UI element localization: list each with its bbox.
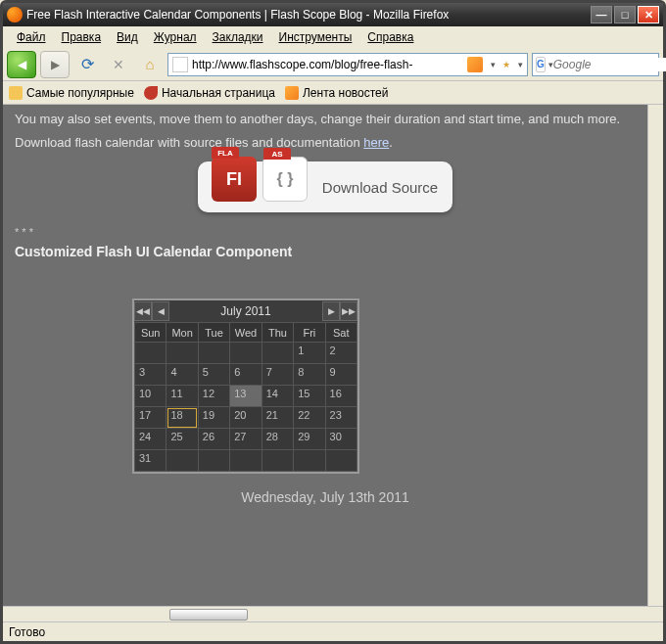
home-button[interactable]: ⌂ [136, 52, 164, 77]
calendar-day[interactable]: 10 [135, 386, 166, 407]
close-button[interactable]: ✕ [638, 6, 659, 23]
minimize-button[interactable]: — [591, 6, 612, 23]
star-icon[interactable]: ★ [500, 60, 513, 69]
vertical-scrollbar[interactable] [647, 105, 663, 606]
bookmark-label: Самые популярные [26, 86, 134, 100]
calendar-day[interactable]: 11 [166, 386, 198, 407]
calendar-day [325, 450, 357, 472]
calendar-day[interactable]: 2 [325, 343, 357, 364]
menu-tools[interactable]: Инструменты [271, 28, 360, 46]
calendar-day[interactable]: 7 [262, 364, 293, 386]
calendar-day[interactable]: 19 [198, 407, 229, 429]
calendar-day[interactable]: 8 [294, 364, 325, 386]
calendar-day[interactable]: 31 [135, 450, 166, 472]
calendar-day[interactable]: 18 [166, 407, 198, 429]
menu-file[interactable]: Файл [9, 28, 54, 46]
nav-toolbar: ◀ ▶ ⟳ ✕ ⌂ ▾ ★ ▾ G ▾ [3, 48, 663, 81]
calendar-day[interactable]: 26 [198, 429, 229, 450]
calendar-day[interactable]: 17 [135, 407, 166, 429]
menubar: Файл Правка Вид Журнал Закладки Инструме… [3, 26, 663, 48]
calendar-day[interactable]: 30 [325, 429, 357, 450]
bookmark-home[interactable]: Начальная страница [144, 86, 275, 100]
scrollbar-thumb[interactable] [169, 609, 248, 621]
bookmark-label: Лента новостей [303, 86, 389, 100]
feed-dropdown-icon[interactable]: ▾ [486, 60, 500, 69]
search-box[interactable]: G ▾ [532, 53, 659, 76]
calendar-day [230, 343, 262, 364]
google-icon[interactable]: G [536, 57, 546, 72]
window-title: Free Flash Interactive Calendar Componen… [26, 8, 591, 22]
calendar-day[interactable]: 15 [294, 386, 325, 407]
download-source-button[interactable]: FLA Fl AS { } Download Source [198, 161, 452, 212]
calendar-day[interactable]: 5 [198, 364, 229, 386]
calendar-day[interactable]: 22 [294, 407, 325, 429]
site-favicon-icon [172, 57, 188, 72]
prev-month-button[interactable]: ◀ [152, 301, 169, 321]
calendar-day[interactable]: 23 [325, 407, 357, 429]
calendar-day[interactable]: 24 [135, 429, 166, 450]
calendar-day[interactable]: 6 [230, 364, 262, 386]
calendar-day[interactable]: 25 [166, 429, 198, 450]
calendar-day[interactable]: 16 [325, 386, 357, 407]
calendar-widget: ◀◀ ◀ July 2011 ▶ ▶▶ SunMonTueWedThuFriSa… [132, 299, 359, 474]
calendar-day [230, 450, 262, 472]
menu-history[interactable]: Журнал [146, 28, 205, 46]
stop-button[interactable]: ✕ [105, 52, 132, 77]
next-month-button[interactable]: ▶ [322, 301, 340, 321]
maximize-button[interactable]: □ [614, 6, 636, 23]
next-year-button[interactable]: ▶▶ [340, 301, 357, 321]
menu-edit[interactable]: Правка [54, 28, 110, 46]
calendar-day[interactable]: 14 [262, 386, 293, 407]
calendar-day [198, 450, 229, 472]
calendar-grid: SunMonTueWedThuFriSat 123456789101112131… [134, 322, 357, 472]
menu-view[interactable]: Вид [109, 28, 146, 46]
menu-bookmarks[interactable]: Закладки [205, 28, 271, 46]
selected-date-text: Wednesday, July 13th 2011 [15, 489, 636, 505]
calendar-day[interactable]: 9 [325, 364, 357, 386]
calendar-header: ◀◀ ◀ July 2011 ▶ ▶▶ [134, 300, 357, 322]
rss-icon [285, 86, 299, 100]
calendar-day [294, 450, 325, 472]
leaf-icon [144, 86, 158, 100]
calendar-day[interactable]: 13 [230, 386, 262, 407]
calendar-day [198, 343, 229, 364]
reload-button[interactable]: ⟳ [73, 52, 101, 77]
calendar-day[interactable]: 4 [166, 364, 198, 386]
url-bar[interactable]: ▾ ★ ▾ [167, 53, 528, 76]
download-label: Download Source [308, 179, 452, 196]
download-link[interactable]: here [363, 135, 389, 150]
calendar-day[interactable]: 1 [294, 343, 325, 364]
menu-help[interactable]: Справка [359, 28, 421, 46]
bookmarks-toolbar: Самые популярные Начальная страница Лент… [3, 81, 663, 105]
rss-icon[interactable] [467, 57, 483, 72]
as-badge-icon: AS { } [262, 157, 308, 202]
calendar-dow: Sun [135, 323, 166, 343]
search-input[interactable] [553, 58, 666, 71]
calendar-day[interactable]: 27 [230, 429, 262, 450]
firefox-icon [7, 7, 23, 23]
bookmark-feeds[interactable]: Лента новостей [285, 86, 389, 100]
calendar-day[interactable]: 3 [135, 364, 166, 386]
forward-button[interactable]: ▶ [40, 51, 70, 78]
folder-icon [9, 86, 23, 100]
calendar-day[interactable]: 29 [294, 429, 325, 450]
calendar-day[interactable]: 12 [198, 386, 229, 407]
bookmark-popular[interactable]: Самые популярные [9, 86, 134, 100]
calendar-dow: Sat [325, 323, 357, 343]
calendar-day[interactable]: 28 [262, 429, 293, 450]
titlebar: Free Flash Interactive Calendar Componen… [3, 3, 663, 26]
section-heading: Customized Flash UI Calendar Component [15, 244, 636, 259]
back-button[interactable]: ◀ [7, 51, 36, 78]
calendar-day[interactable]: 21 [262, 407, 293, 429]
calendar-day [262, 450, 293, 472]
fla-badge-icon: FLA Fl [212, 157, 257, 202]
calendar-day[interactable]: 20 [230, 407, 262, 429]
prev-year-button[interactable]: ◀◀ [134, 301, 152, 321]
status-text: Готово [9, 625, 45, 639]
page-content: You may also set events, move them to an… [3, 105, 647, 606]
horizontal-scrollbar[interactable] [3, 606, 663, 621]
calendar-dow: Mon [166, 323, 198, 343]
url-dropdown-icon[interactable]: ▾ [513, 60, 527, 69]
divider-stars: * * * [15, 226, 636, 238]
url-input[interactable] [192, 55, 464, 74]
